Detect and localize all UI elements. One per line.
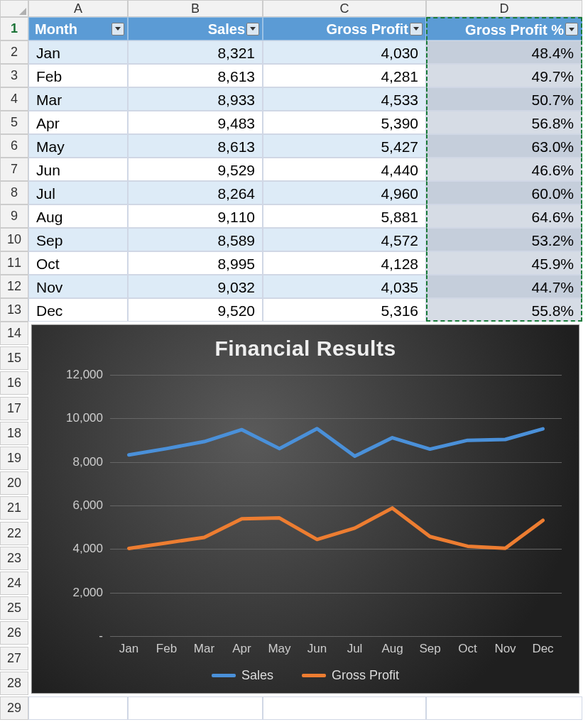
select-all-corner[interactable] <box>0 0 28 17</box>
cell[interactable]: 63.0% <box>426 134 582 158</box>
cell[interactable]: Jan <box>28 40 128 64</box>
row-header-4[interactable]: 4 <box>0 87 28 111</box>
row-header-16[interactable]: 16 <box>0 371 28 395</box>
col-header-c[interactable]: C <box>263 0 426 17</box>
chart[interactable]: Financial Results-2,0004,0006,0008,00010… <box>31 324 579 694</box>
header-gross-profit[interactable]: Gross Profit <box>263 17 426 40</box>
cell[interactable]: 55.8% <box>426 298 582 322</box>
cell[interactable]: 4,035 <box>263 275 426 298</box>
row-header-3[interactable]: 3 <box>0 64 28 87</box>
cell[interactable]: 44.7% <box>426 275 582 298</box>
cell[interactable] <box>28 696 128 720</box>
row-header-26[interactable]: 26 <box>0 621 28 645</box>
cell[interactable]: 50.7% <box>426 87 582 111</box>
cell[interactable]: 4,572 <box>263 228 426 251</box>
y-tick-label: - <box>46 629 103 643</box>
cell[interactable]: 60.0% <box>426 181 582 204</box>
cell[interactable] <box>263 696 426 720</box>
cell[interactable] <box>128 696 263 720</box>
row-header-8[interactable]: 8 <box>0 181 28 204</box>
cell[interactable]: Jul <box>28 181 128 204</box>
cell[interactable]: Mar <box>28 87 128 111</box>
row-header-27[interactable]: 27 <box>0 647 28 670</box>
header-sales[interactable]: Sales <box>128 17 263 40</box>
cell[interactable]: Nov <box>28 275 128 298</box>
row-header-5[interactable]: 5 <box>0 111 28 134</box>
chart-title: Financial Results <box>32 325 579 361</box>
cell[interactable]: Aug <box>28 204 128 228</box>
x-tick-label: May <box>268 642 290 656</box>
cell[interactable]: 4,128 <box>263 251 426 275</box>
cell[interactable]: 5,316 <box>263 298 426 322</box>
row-header-29[interactable]: 29 <box>0 696 28 720</box>
row-header-25[interactable]: 25 <box>0 596 28 620</box>
cell[interactable]: 4,533 <box>263 87 426 111</box>
cell[interactable]: May <box>28 134 128 158</box>
row-header-28[interactable]: 28 <box>0 672 28 695</box>
row-header-6[interactable]: 6 <box>0 134 28 158</box>
filter-dropdown-icon[interactable] <box>246 23 259 35</box>
row-header-23[interactable]: 23 <box>0 547 28 570</box>
cell[interactable]: 9,520 <box>128 298 263 322</box>
row-header-7[interactable]: 7 <box>0 158 28 181</box>
cell[interactable]: 53.2% <box>426 228 582 251</box>
cell[interactable]: 49.7% <box>426 64 582 87</box>
row-header-10[interactable]: 10 <box>0 228 28 251</box>
row-header-11[interactable]: 11 <box>0 251 28 275</box>
cell[interactable]: Oct <box>28 251 128 275</box>
cell[interactable]: 8,613 <box>128 134 263 158</box>
cell[interactable]: 5,390 <box>263 111 426 134</box>
row-header-19[interactable]: 19 <box>0 447 28 470</box>
row-header-18[interactable]: 18 <box>0 422 28 445</box>
cell[interactable]: 8,321 <box>128 40 263 64</box>
cell[interactable]: 8,589 <box>128 228 263 251</box>
row-header-24[interactable]: 24 <box>0 572 28 595</box>
cell[interactable]: Jun <box>28 158 128 181</box>
cell[interactable]: 9,110 <box>128 204 263 228</box>
cell[interactable]: 8,264 <box>128 181 263 204</box>
cell[interactable]: 46.6% <box>426 158 582 181</box>
chart-legend: SalesGross Profit <box>32 668 579 683</box>
cell[interactable]: 8,933 <box>128 87 263 111</box>
row-header-13[interactable]: 13 <box>0 298 28 322</box>
col-header-d[interactable]: D <box>426 0 582 17</box>
cell[interactable]: 4,960 <box>263 181 426 204</box>
row-header-15[interactable]: 15 <box>0 346 28 370</box>
cell[interactable]: 64.6% <box>426 204 582 228</box>
row-header-12[interactable]: 12 <box>0 275 28 298</box>
row-header-9[interactable]: 9 <box>0 204 28 228</box>
cell[interactable]: 48.4% <box>426 40 582 64</box>
row-header-22[interactable]: 22 <box>0 522 28 545</box>
cell[interactable]: 8,995 <box>128 251 263 275</box>
cell[interactable]: Dec <box>28 298 128 322</box>
cell[interactable]: 4,281 <box>263 64 426 87</box>
header-month[interactable]: Month <box>28 17 128 40</box>
cell[interactable]: 9,529 <box>128 158 263 181</box>
row-header-14[interactable]: 14 <box>0 322 28 345</box>
cell[interactable]: Feb <box>28 64 128 87</box>
cell[interactable]: 5,427 <box>263 134 426 158</box>
cell[interactable]: 9,483 <box>128 111 263 134</box>
cell[interactable]: Sep <box>28 228 128 251</box>
cell[interactable]: 4,030 <box>263 40 426 64</box>
filter-dropdown-icon[interactable] <box>410 23 423 35</box>
filter-dropdown-icon[interactable] <box>565 23 578 35</box>
cell[interactable]: 56.8% <box>426 111 582 134</box>
cell[interactable]: 5,881 <box>263 204 426 228</box>
row-header-2[interactable]: 2 <box>0 40 28 64</box>
filter-dropdown-icon[interactable] <box>111 23 124 35</box>
row-header-20[interactable]: 20 <box>0 471 28 495</box>
cell[interactable]: 45.9% <box>426 251 582 275</box>
cell[interactable]: 9,032 <box>128 275 263 298</box>
row-header-1[interactable]: 1 <box>0 17 28 40</box>
row-header-21[interactable]: 21 <box>0 496 28 520</box>
cell[interactable] <box>426 696 582 720</box>
cell[interactable]: 8,613 <box>128 64 263 87</box>
series-line <box>129 429 543 457</box>
cell[interactable]: 4,440 <box>263 158 426 181</box>
col-header-b[interactable]: B <box>128 0 263 17</box>
cell[interactable]: Apr <box>28 111 128 134</box>
col-header-a[interactable]: A <box>28 0 128 17</box>
header-gross-profit-pct[interactable]: Gross Profit % <box>426 17 582 40</box>
row-header-17[interactable]: 17 <box>0 397 28 420</box>
